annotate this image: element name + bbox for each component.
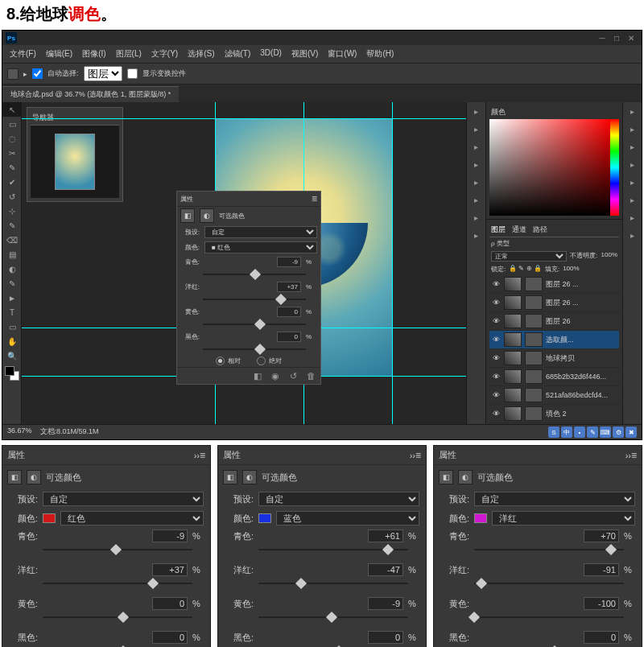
- menu-item[interactable]: 窗口(W): [324, 47, 361, 61]
- maximize-button[interactable]: □: [609, 32, 624, 43]
- layer-thumb[interactable]: [504, 388, 522, 402]
- collapsed-tab[interactable]: ▸: [467, 102, 485, 120]
- color-picker[interactable]: [489, 119, 610, 216]
- collapsed-tab[interactable]: ▸: [467, 155, 485, 173]
- absolute-radio[interactable]: 绝对: [257, 356, 282, 365]
- slider-track[interactable]: [43, 612, 204, 623]
- collapsed-tab[interactable]: ▸: [623, 173, 642, 191]
- layer-name[interactable]: 地球拷贝: [546, 353, 575, 364]
- slider-value-input[interactable]: [277, 307, 301, 317]
- ime-icon[interactable]: •: [574, 427, 585, 438]
- collapsed-tab[interactable]: ▸: [467, 173, 485, 191]
- mask-thumb[interactable]: [525, 332, 543, 347]
- slider-value-input[interactable]: [584, 631, 619, 644]
- close-button[interactable]: ✕: [624, 32, 638, 43]
- menu-item[interactable]: 帮助(H): [362, 47, 398, 61]
- slider-track[interactable]: [258, 544, 419, 555]
- panel-menu-icon[interactable]: ≡: [631, 450, 637, 461]
- slider-thumb[interactable]: [469, 612, 480, 623]
- visibility-icon[interactable]: 👁: [491, 317, 501, 325]
- tool-button[interactable]: ⌫: [2, 233, 22, 247]
- panel-tab[interactable]: 路径: [533, 225, 547, 235]
- minimize-button[interactable]: ─: [595, 32, 609, 43]
- collapse-icon[interactable]: ››: [410, 451, 415, 460]
- slider-value-input[interactable]: [152, 530, 188, 542]
- properties-float-panel[interactable]: 属性≡ ◧◐可选颜色 预设:自定 颜色:■ 红色 青色:%洋红:%黄色:%黑色:…: [176, 191, 321, 385]
- layer-thumb[interactable]: [504, 314, 522, 328]
- slider-value-input[interactable]: [152, 597, 188, 610]
- preset-select[interactable]: 自定: [474, 492, 635, 506]
- color-swatch[interactable]: [5, 366, 19, 381]
- slider-thumb[interactable]: [295, 578, 307, 589]
- slider-track[interactable]: [43, 544, 204, 555]
- prev-state-icon[interactable]: ◉: [269, 369, 282, 382]
- delete-icon[interactable]: 🗑: [304, 369, 317, 382]
- slider-thumb[interactable]: [605, 544, 617, 555]
- blend-mode-select[interactable]: 正常: [491, 251, 567, 262]
- slider-thumb[interactable]: [476, 578, 487, 589]
- slider-value-input[interactable]: [277, 282, 301, 292]
- layer-row[interactable]: 👁图层 26 ...: [489, 294, 619, 312]
- slider-thumb[interactable]: [275, 294, 287, 305]
- mask-thumb[interactable]: [525, 369, 543, 384]
- tool-button[interactable]: ►: [2, 291, 22, 305]
- lock-icons[interactable]: 🔒 ✎ ⊕ 🔒: [509, 265, 542, 274]
- tool-button[interactable]: ✋: [2, 334, 22, 348]
- slider-thumb[interactable]: [250, 269, 261, 280]
- slider-track[interactable]: [203, 269, 317, 277]
- mask-thumb[interactable]: [525, 388, 543, 402]
- ime-icon[interactable]: ✖: [625, 427, 637, 438]
- layer-name[interactable]: 521afa86bedcfd4...: [546, 391, 608, 399]
- menu-item[interactable]: 图像(I): [78, 47, 109, 61]
- mask-thumb[interactable]: [525, 277, 543, 291]
- visibility-icon[interactable]: 👁: [491, 299, 501, 307]
- layer-name[interactable]: 填色 2: [546, 409, 567, 419]
- collapsed-tab[interactable]: ▸: [623, 102, 642, 120]
- tool-button[interactable]: ✎: [2, 160, 22, 175]
- layer-row[interactable]: 👁图层 26 ...: [489, 275, 619, 294]
- slider-track[interactable]: [258, 578, 419, 589]
- panel-tab[interactable]: 图层: [491, 225, 506, 235]
- slider-value-input[interactable]: [277, 332, 301, 342]
- layer-row[interactable]: 👁地球拷贝: [489, 349, 619, 368]
- zoom-level[interactable]: 36.67%: [7, 427, 32, 438]
- slider-value-input[interactable]: [368, 563, 403, 576]
- menu-item[interactable]: 视图(V): [287, 47, 322, 61]
- reset-icon[interactable]: ↺: [287, 369, 299, 382]
- slider-track[interactable]: [474, 544, 635, 555]
- panel-menu-icon[interactable]: ≡: [312, 193, 317, 204]
- collapsed-tab[interactable]: ▸: [623, 120, 642, 138]
- autoselect-checkbox[interactable]: [32, 68, 43, 79]
- tool-button[interactable]: ◐: [2, 262, 22, 276]
- menu-item[interactable]: 图层(L): [112, 47, 146, 61]
- color-select[interactable]: 红色: [60, 511, 204, 525]
- slider-thumb[interactable]: [110, 544, 122, 555]
- tool-button[interactable]: ◌: [2, 131, 22, 146]
- collapsed-tab[interactable]: ▸: [467, 208, 485, 226]
- panel-menu-icon[interactable]: ≡: [200, 450, 205, 461]
- menu-item[interactable]: 文件(F): [6, 47, 40, 61]
- layer-row[interactable]: 👁选取颜...: [489, 331, 619, 349]
- menu-item[interactable]: 3D(D): [256, 47, 286, 61]
- preset-select[interactable]: 自定: [204, 226, 317, 238]
- layer-name[interactable]: 图层 26 ...: [546, 298, 579, 308]
- ime-icon[interactable]: ⌨: [600, 427, 611, 438]
- navigator-thumb[interactable]: [31, 126, 119, 198]
- color-select[interactable]: 洋红: [492, 511, 635, 525]
- slider-value-input[interactable]: [584, 563, 619, 576]
- tool-button[interactable]: ✔: [2, 175, 22, 189]
- menu-item[interactable]: 选择(S): [184, 47, 218, 61]
- navigator-panel[interactable]: 导航器: [27, 107, 123, 202]
- autoselect-select[interactable]: 图层: [84, 66, 122, 81]
- tool-button[interactable]: ▭: [2, 319, 22, 334]
- layer-thumb[interactable]: [504, 369, 522, 384]
- slider-value-input[interactable]: [368, 530, 403, 542]
- slider-track[interactable]: [43, 578, 204, 589]
- fill-value[interactable]: 100%: [563, 265, 579, 274]
- visibility-icon[interactable]: 👁: [491, 336, 501, 344]
- slider-thumb[interactable]: [254, 319, 266, 330]
- layer-thumb[interactable]: [504, 351, 522, 365]
- layer-name[interactable]: 图层 26 ...: [546, 279, 579, 290]
- tool-button[interactable]: ✎: [2, 276, 22, 291]
- mask-thumb[interactable]: [525, 406, 543, 421]
